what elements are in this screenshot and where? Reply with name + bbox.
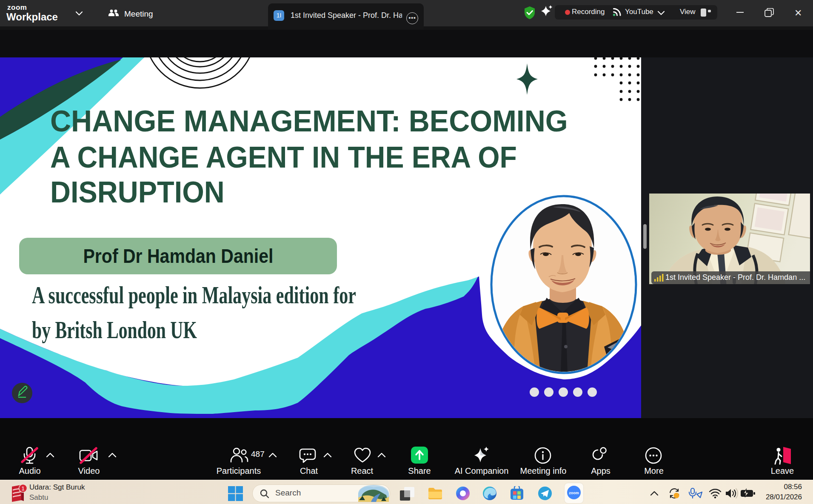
svg-text:1: 1 bbox=[21, 485, 24, 492]
svg-text:zoom: zoom bbox=[569, 491, 579, 495]
